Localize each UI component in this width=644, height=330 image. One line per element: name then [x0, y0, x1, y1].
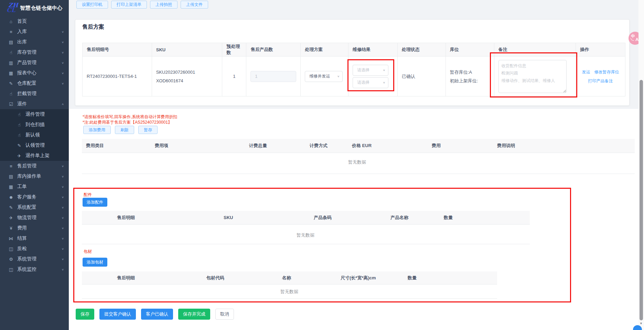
sidebar-item-label: 售后管理 — [17, 163, 36, 169]
column-header: 价格 EUR — [352, 139, 372, 153]
sidebar-item[interactable]: ☻ 客户服务 ∨ — [0, 192, 69, 202]
top-toolbar: 设置打印机打印上架清单上传拍照上传文件 — [76, 1, 208, 9]
accessories-label: 配件 — [84, 192, 92, 198]
sidebar-item-label: 报表中心 — [17, 70, 36, 76]
sidebar-item[interactable]: ⚙ 系统管理 ∨ — [0, 254, 69, 264]
toolbar-button[interactable]: 上传拍照 — [150, 1, 178, 9]
sidebar-item[interactable]: ≡ 售后管理 ∨ — [0, 161, 69, 171]
translate-curve — [631, 38, 634, 41]
fee-empty-state: 暂无数据 — [348, 159, 366, 165]
sidebar-item[interactable]: ☝ 退件管理 — [0, 109, 69, 120]
chevron-icon: ∨ — [62, 258, 64, 261]
menu-icon: ▤ — [8, 40, 14, 45]
menu-icon: ◫ — [8, 246, 14, 251]
sidebar-item[interactable]: ☝ 新认领 — [0, 130, 69, 140]
repair-result-select-1[interactable]: 请选择 ∨ — [353, 65, 388, 76]
footer-button[interactable]: 客户已确认 — [141, 309, 173, 320]
scrollbar[interactable]: ▼ — [638, 0, 644, 330]
chevron-down-icon: ∨ — [383, 69, 385, 71]
footer-button[interactable]: 保存 — [76, 309, 94, 320]
print-remark-link[interactable]: 打印产品备注 — [588, 76, 613, 85]
fee-table-header: 费用类目费用项计费总量计费方式价格 EUR费用费用说明 — [82, 139, 635, 153]
sidebar-item[interactable]: ☑ 退件 ∧ — [0, 99, 69, 109]
toolbar-button[interactable]: 打印上架清单 — [111, 1, 147, 9]
fee-buttons: 添加费用刷新暂存 — [83, 126, 158, 134]
menu-icon: ☑ — [8, 102, 14, 107]
plan-select[interactable]: 维修并发运 ∨ — [305, 71, 343, 82]
change-location-link[interactable]: 修改暂存库位 — [594, 68, 619, 76]
logo: ZH CL — [6, 2, 20, 14]
remark-textarea[interactable] — [498, 60, 567, 93]
cell-remark — [494, 56, 576, 96]
sidebar-item[interactable]: ▦ 工单 ∨ — [0, 182, 69, 192]
menu-icon: ≡ — [8, 164, 14, 169]
add-accessory-button[interactable]: 添加配件 — [83, 198, 107, 207]
packaging-empty-state: 暂无数据 — [280, 289, 298, 295]
ship-link[interactable]: 发运 — [582, 68, 590, 76]
menu-icon: ¥ — [8, 226, 14, 231]
sidebar-item[interactable]: ✈ 物流管理 ∨ — [0, 213, 69, 223]
column-header: 产品条码 — [314, 211, 332, 224]
sidebar-item[interactable]: ☝ 到仓扫描 — [0, 120, 69, 130]
sidebar-item[interactable]: ▥ 产品管理 ∨ — [0, 58, 69, 68]
logo-row: ZH CL 智慧仓链仓储中心 — [0, 0, 69, 16]
translate-en-glyph: A — [635, 37, 638, 42]
sidebar-item-label: 质检 — [17, 246, 27, 252]
sidebar-item-label: 退件 — [17, 101, 27, 107]
plan-table-header: 售后明细号SKU预处理数售后产品数处理方案维修结果处理状态库位备注操作 — [83, 43, 625, 56]
column-header: 产品名称 — [390, 211, 408, 224]
fee-button[interactable]: 刷新 — [115, 126, 134, 134]
menu-icon: ☝ — [17, 122, 22, 127]
column-header: 售后产品数 — [246, 43, 301, 56]
sidebar-item-label: 工单 — [17, 184, 27, 190]
sidebar-item[interactable]: ◫ 质检 ∨ — [0, 244, 69, 254]
column-header: 费用类目 — [86, 139, 104, 153]
sidebar-item[interactable]: ▤ 出库 ∨ — [0, 37, 69, 47]
sidebar-item-label: 认领管理 — [25, 142, 45, 148]
scrollbar-thumb[interactable] — [640, 80, 643, 320]
column-header: 操作 — [576, 43, 625, 56]
sidebar-item[interactable]: ▤ 库内操作单 ∨ — [0, 171, 69, 182]
sidebar-item-label: 入库 — [17, 29, 27, 35]
column-header: 售后明细号 — [83, 43, 152, 56]
chevron-icon: ∨ — [62, 216, 64, 219]
cell-detail-no: RT2407230001-TETS4-1 — [83, 56, 152, 96]
repair-result-select-2[interactable]: 请选择 ∨ — [353, 77, 388, 88]
sidebar-item-label: 新认领 — [25, 132, 40, 138]
footer-button[interactable]: 取消 — [215, 309, 234, 320]
fee-button[interactable]: 添加费用 — [83, 126, 111, 134]
sidebar-item[interactable]: ✎ 系统配置 ∨ — [0, 202, 69, 213]
sidebar-item[interactable]: ✈ 退件单上架 — [0, 151, 69, 161]
column-header: 计费总量 — [249, 139, 267, 153]
menu-icon: ≡ — [8, 29, 14, 34]
sidebar-item[interactable]: ✎ 仓库配置 ∨ — [0, 78, 69, 89]
sidebar-item[interactable]: ☝ 拦截管理 — [0, 89, 69, 99]
fee-button[interactable]: 暂存 — [138, 126, 158, 134]
footer-button[interactable]: 保存并完成 — [178, 309, 210, 320]
sidebar-item[interactable]: ≡ 入库 ∨ — [0, 27, 69, 37]
sidebar-item[interactable]: ¥ 费用 ∨ — [0, 223, 69, 233]
scroll-down-icon[interactable]: ▼ — [640, 322, 643, 325]
sidebar-item[interactable]: ☝ 库存管理 ∨ — [0, 47, 69, 58]
product-qty-input[interactable] — [250, 71, 296, 82]
column-header: 维修结果 — [348, 43, 398, 56]
sidebar-item[interactable]: ◫ 系统监控 ∨ — [0, 264, 69, 275]
sidebar-item[interactable]: ⌂ 首页 — [0, 16, 69, 27]
chevron-icon: ∨ — [62, 227, 64, 230]
menu-icon: ✈ — [8, 215, 14, 220]
sidebar-item[interactable]: ▦ 报表中心 ∨ — [0, 68, 69, 78]
sidebar-item[interactable]: ✎ 认领管理 — [0, 140, 69, 151]
chevron-down-icon: ∨ — [383, 81, 385, 84]
sidebar-item-label: 产品管理 — [17, 60, 36, 66]
toolbar-button[interactable]: 上传文件 — [181, 1, 208, 9]
toolbar-button[interactable]: 设置打印机 — [76, 1, 108, 9]
sidebar-item[interactable]: ⋈ 结算 ∨ — [0, 233, 69, 244]
chevron-icon: ∨ — [62, 41, 64, 44]
footer-button[interactable]: 提交客户确认 — [99, 309, 136, 320]
plan-table-row: RT2407230001-TETS4-1 SKU202307260001 XOD… — [83, 56, 625, 96]
column-header: 名称 — [282, 271, 291, 284]
menu-icon: ▦ — [8, 184, 14, 189]
add-packaging-button[interactable]: 添加包材 — [83, 258, 107, 267]
sidebar-menu: ⌂ 首页 ≡ 入库 ∨ ▤ 出库 ∨ ☝ 库存管理 ∨ ▥ 产品管理 ∨ ▦ — [0, 16, 69, 275]
column-header: SKU — [152, 43, 223, 56]
